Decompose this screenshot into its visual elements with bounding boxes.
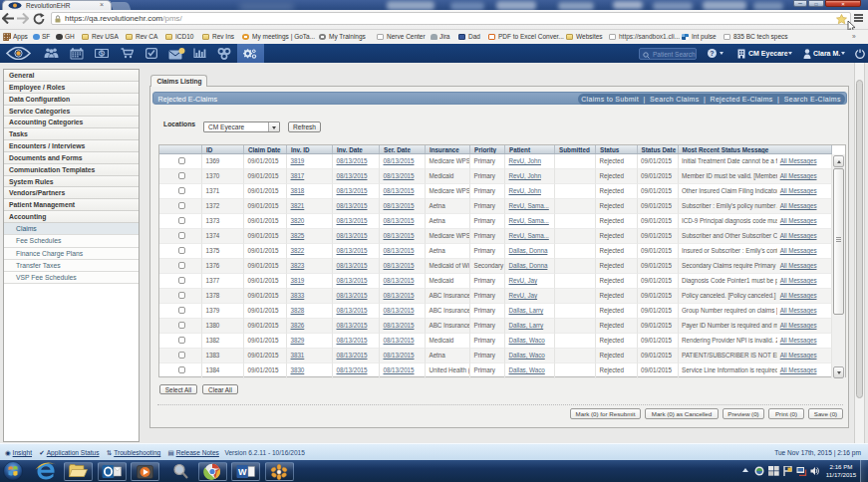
svg-text:W: W	[238, 467, 247, 477]
svg-text:$: $	[100, 50, 104, 58]
